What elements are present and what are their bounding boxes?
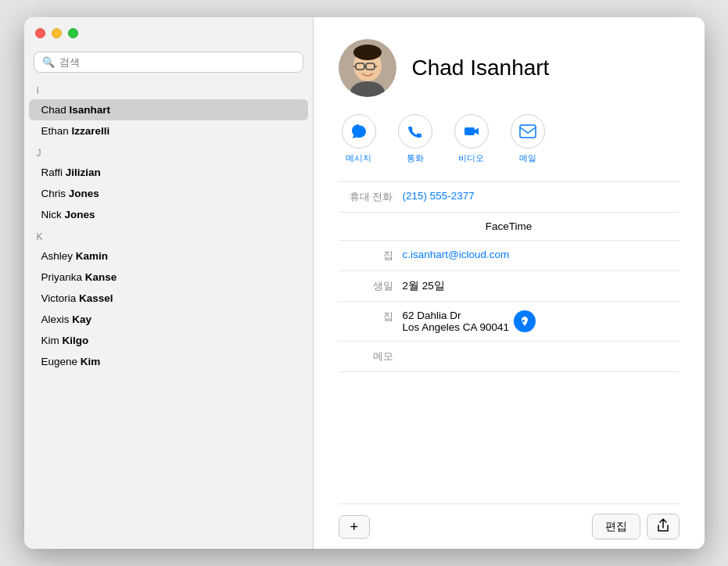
birthday-value: 2월 25일	[403, 279, 680, 293]
contact-header: Chad Isanhart	[339, 39, 680, 97]
toolbar-left: +	[339, 515, 371, 539]
titlebar	[24, 17, 314, 48]
search-input[interactable]	[59, 56, 295, 68]
video-label: 비디오	[458, 152, 484, 164]
search-bar[interactable]: 🔍	[34, 52, 303, 73]
svg-rect-10	[520, 125, 536, 138]
share-button[interactable]	[647, 514, 680, 539]
detail-panel: Chad Isanhart 메시지 통화	[314, 17, 705, 549]
contact-item-priyanka-kanse[interactable]: Priyanka Kanse	[29, 267, 308, 288]
facetime-row: FaceTime	[339, 213, 680, 241]
action-buttons: 메시지 통화 비디오	[339, 114, 680, 164]
address-row: 집 62 Dahlia Dr Los Angeles CA 90041	[339, 302, 680, 342]
maximize-button[interactable]	[68, 28, 78, 38]
email-row: 집 c.isanhart@icloud.com	[339, 241, 680, 271]
section-letter-i: I	[24, 79, 313, 99]
phone-label: 휴대 전화	[339, 190, 393, 204]
section-letter-k: K	[24, 225, 313, 245]
message-button[interactable]: 메시지	[342, 114, 376, 164]
contact-item-nick-jones[interactable]: Nick Jones	[29, 204, 308, 225]
message-icon	[342, 114, 376, 149]
contact-item-kim-kilgo[interactable]: Kim Kilgo	[29, 330, 308, 351]
call-icon	[398, 114, 432, 149]
avatar	[339, 39, 396, 97]
birthday-row: 생일 2월 25일	[339, 271, 680, 302]
call-label: 통화	[407, 152, 424, 164]
note-row: 메모	[339, 342, 680, 372]
minimize-button[interactable]	[52, 28, 62, 38]
mail-button[interactable]: 메일	[511, 114, 545, 164]
video-icon	[454, 114, 489, 149]
svg-point-2	[353, 45, 382, 60]
address-value-group: 62 Dahlia Dr Los Angeles CA 90041	[403, 310, 536, 333]
contact-name: Chad Isanhart	[412, 56, 550, 81]
email-value[interactable]: c.isanhart@icloud.com	[403, 249, 680, 260]
info-section: 휴대 전화 (215) 555-2377 FaceTime 집 c.isanha…	[339, 181, 680, 503]
bottom-toolbar: + 편집	[339, 503, 680, 549]
video-button[interactable]: 비디오	[454, 114, 489, 164]
add-contact-button[interactable]: +	[339, 515, 371, 539]
contact-item-ashley-kamin[interactable]: Ashley Kamin	[29, 245, 308, 267]
phone-row: 휴대 전화 (215) 555-2377	[339, 182, 680, 213]
facetime-value[interactable]: FaceTime	[486, 220, 533, 232]
svg-rect-9	[464, 127, 475, 135]
toolbar-right: 편집	[592, 514, 680, 539]
search-icon: 🔍	[42, 56, 55, 68]
sidebar: 🔍 I Chad Isanhart Ethan Izzarelli J Raff…	[24, 17, 314, 549]
mail-label: 메일	[519, 152, 536, 164]
contact-item-raffi-jilizian[interactable]: Raffi Jilizian	[29, 162, 308, 183]
note-label: 메모	[339, 349, 393, 364]
call-button[interactable]: 통화	[398, 114, 432, 164]
contact-item-victoria-kassel[interactable]: Victoria Kassel	[29, 288, 308, 309]
contact-item-ethan-izzarelli[interactable]: Ethan Izzarelli	[29, 120, 308, 142]
mail-icon	[511, 114, 545, 149]
message-label: 메시지	[346, 152, 371, 164]
birthday-label: 생일	[339, 279, 393, 293]
contact-list: I Chad Isanhart Ethan Izzarelli J Raffi …	[24, 79, 313, 549]
address-value[interactable]: 62 Dahlia Dr Los Angeles CA 90041	[403, 310, 510, 333]
phone-value[interactable]: (215) 555-2377	[403, 190, 680, 202]
address-label: 집	[339, 310, 393, 324]
contact-item-chris-jones[interactable]: Chris Jones	[29, 183, 308, 204]
email-label: 집	[339, 249, 393, 263]
section-letter-j: J	[24, 142, 313, 162]
edit-button[interactable]: 편집	[592, 514, 640, 539]
contact-item-eugene-kim[interactable]: Eugene Kim	[29, 351, 308, 372]
contact-item-chad-isanhart[interactable]: Chad Isanhart	[29, 99, 308, 120]
contact-item-alexis-kay[interactable]: Alexis Kay	[29, 309, 308, 330]
map-pin-icon[interactable]	[514, 310, 536, 332]
close-button[interactable]	[35, 28, 45, 38]
